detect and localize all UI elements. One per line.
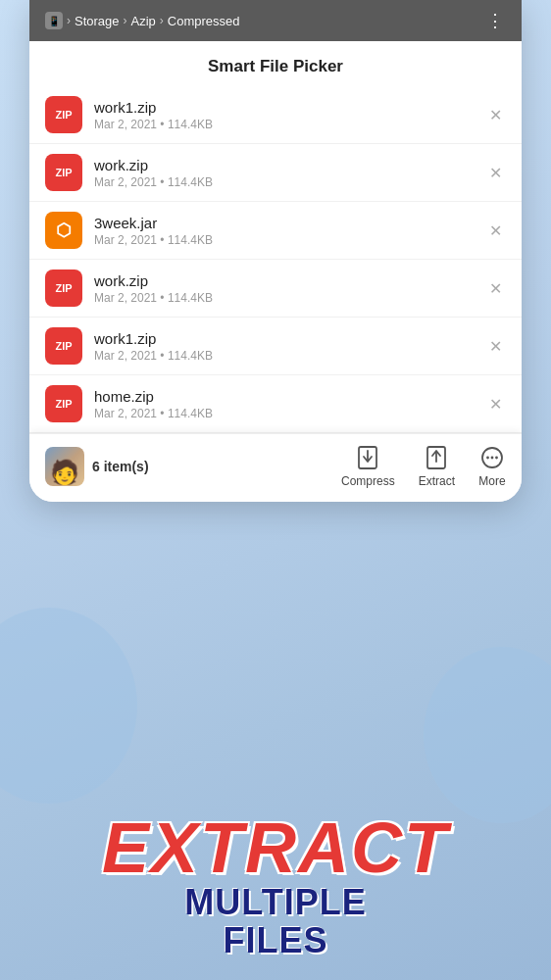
svg-point-7	[495, 457, 498, 460]
file-type-icon: ⬡	[45, 212, 82, 249]
remove-button[interactable]: ✕	[485, 102, 506, 128]
file-info: work1.zip Mar 2, 2021 • 114.4KB	[94, 330, 474, 363]
list-item: ZIP work.zip Mar 2, 2021 • 114.4KB ✕	[29, 144, 522, 202]
file-name: work1.zip	[94, 99, 474, 116]
svg-point-6	[491, 457, 494, 460]
more-button[interactable]: More	[478, 444, 506, 488]
list-item: ZIP work1.zip Mar 2, 2021 • 114.4KB ✕	[29, 318, 522, 375]
bg-blob-right	[424, 647, 551, 823]
extract-button[interactable]: Extract	[419, 444, 455, 488]
file-meta: Mar 2, 2021 • 114.4KB	[94, 118, 474, 131]
list-item: ZIP work.zip Mar 2, 2021 • 114.4KB ✕	[29, 260, 522, 318]
file-info: 3week.jar Mar 2, 2021 • 114.4KB	[94, 215, 474, 247]
file-meta: Mar 2, 2021 • 114.4KB	[94, 407, 474, 420]
breadcrumb: 📱 › Storage › Azip › Compressed	[45, 12, 240, 29]
selection-info: 🧑 6 item(s)	[45, 447, 341, 486]
file-info: home.zip Mar 2, 2021 • 114.4KB	[94, 388, 474, 420]
hero-extract: EXTRACT	[0, 812, 551, 883]
file-type-icon: ZIP	[45, 96, 82, 133]
hero-section: EXTRACT MULTIPLE FILES	[0, 812, 551, 960]
more-label: More	[478, 474, 505, 488]
sep1: ›	[67, 14, 71, 27]
phone-card: 📱 › Storage › Azip › Compressed ⋮ Smart …	[29, 0, 522, 502]
file-type-icon: ZIP	[45, 154, 82, 191]
action-buttons: Compress Extract	[341, 444, 506, 488]
breadcrumb-compressed: Compressed	[168, 14, 240, 28]
file-type-icon: ZIP	[45, 270, 82, 307]
file-meta: Mar 2, 2021 • 114.4KB	[94, 291, 474, 305]
remove-button[interactable]: ✕	[485, 275, 506, 302]
remove-button[interactable]: ✕	[485, 218, 506, 244]
sep2: ›	[124, 14, 127, 27]
remove-button[interactable]: ✕	[485, 333, 506, 360]
phone-icon: 📱	[45, 12, 63, 29]
options-icon[interactable]: ⋮	[486, 10, 506, 31]
list-item: ZIP work1.zip Mar 2, 2021 • 114.4KB ✕	[29, 86, 522, 144]
compress-icon	[354, 444, 381, 471]
item-count: 6 item(s)	[92, 459, 149, 474]
file-type-icon: ZIP	[45, 385, 82, 422]
file-list: ZIP work1.zip Mar 2, 2021 • 114.4KB ✕ ZI…	[29, 86, 522, 433]
file-name: work.zip	[94, 157, 474, 173]
avatar-image: 🧑	[45, 447, 84, 486]
file-info: work.zip Mar 2, 2021 • 114.4KB	[94, 157, 474, 189]
list-item: ⬡ 3week.jar Mar 2, 2021 • 114.4KB ✕	[29, 202, 522, 260]
file-name: work.zip	[94, 272, 474, 289]
file-meta: Mar 2, 2021 • 114.4KB	[94, 233, 474, 247]
file-name: work1.zip	[94, 330, 474, 347]
svg-point-5	[486, 457, 489, 460]
compress-button[interactable]: Compress	[341, 444, 395, 488]
file-info: work1.zip Mar 2, 2021 • 114.4KB	[94, 99, 474, 131]
breadcrumb-azip: Azip	[131, 14, 156, 28]
file-meta: Mar 2, 2021 • 114.4KB	[94, 175, 474, 189]
file-type-icon: ZIP	[45, 327, 82, 365]
compress-label: Compress	[341, 474, 395, 488]
status-bar: 📱 › Storage › Azip › Compressed ⋮	[29, 0, 522, 41]
file-info: work.zip Mar 2, 2021 • 114.4KB	[94, 272, 474, 305]
remove-button[interactable]: ✕	[485, 160, 506, 186]
breadcrumb-storage: Storage	[75, 14, 120, 28]
extract-icon	[423, 444, 450, 471]
file-name: home.zip	[94, 388, 474, 405]
hero-multiple: MULTIPLE	[0, 883, 551, 922]
sep3: ›	[160, 14, 164, 27]
file-name: 3week.jar	[94, 215, 474, 231]
list-item: ZIP home.zip Mar 2, 2021 • 114.4KB ✕	[29, 375, 522, 433]
bg-blob-left	[0, 608, 137, 804]
avatar: 🧑	[45, 447, 84, 486]
remove-button[interactable]: ✕	[485, 391, 506, 417]
picker-title: Smart File Picker	[29, 41, 522, 86]
bottom-action-bar: 🧑 6 item(s) Compress	[29, 433, 522, 502]
more-icon	[478, 444, 506, 471]
extract-label: Extract	[419, 474, 455, 488]
file-meta: Mar 2, 2021 • 114.4KB	[94, 349, 474, 363]
hero-files: FILES	[0, 921, 551, 960]
